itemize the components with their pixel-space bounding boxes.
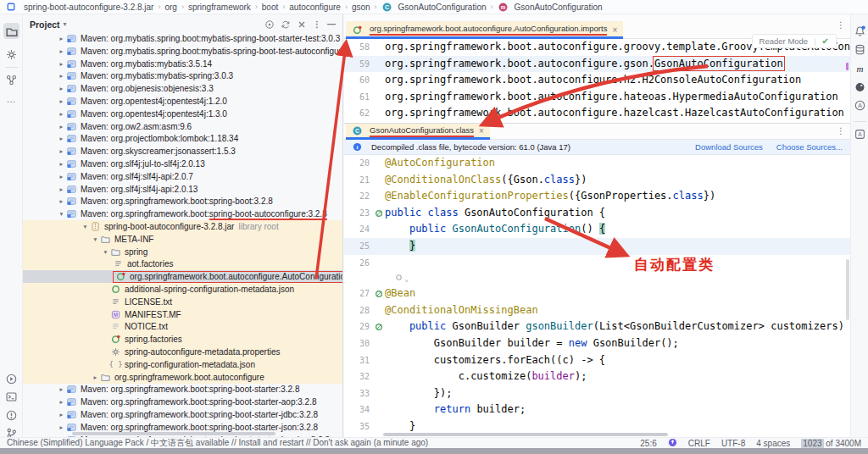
hide-panel-icon[interactable]: — <box>327 19 336 30</box>
breadcrumb-item[interactable]: org <box>164 3 176 12</box>
chevron-right-icon[interactable]: ▸ <box>57 35 66 42</box>
chevron-down-icon[interactable]: ▾ <box>91 235 100 243</box>
chevron-right-icon[interactable]: ▸ <box>57 60 66 68</box>
tree-row[interactable]: NOTICE.txt <box>23 320 342 333</box>
code-line-61[interactable]: 61org.springframework.boot.autoconfigure… <box>344 89 850 106</box>
close-icon[interactable]: × <box>479 126 484 136</box>
tab-gsonautoconfiguration-class[interactable]: C GsonAutoConfiguration.class × <box>346 123 490 139</box>
tree-row[interactable]: ▸Maven: org.springframework.boot:spring-… <box>23 408 342 421</box>
project-tree[interactable]: ▸Maven: org.mybatis.spring.boot:mybatis-… <box>23 32 342 437</box>
tree-row[interactable]: ▾spring-boot-autoconfigure-3.2.8.jarlibr… <box>23 220 342 233</box>
tree-row[interactable]: spring-autoconfigure-metadata.properties <box>23 346 342 358</box>
chevron-right-icon[interactable]: ▸ <box>57 85 66 92</box>
indent-setting[interactable]: 4 spaces <box>756 439 790 448</box>
class-code-area[interactable]: 20@AutoConfiguration21@ConditionalOnClas… <box>344 155 850 435</box>
code-line-29[interactable]: 29 public GsonBuilder gsonBuilder(List<G… <box>344 318 850 335</box>
tree-row[interactable]: ▸Maven: org.mybatis.spring.boot:mybatis-… <box>23 45 342 58</box>
breadcrumb-item[interactable]: CGsonAutoConfiguration <box>381 2 487 12</box>
breadcrumb-item[interactable]: mGsonAutoConfiguration <box>498 2 603 12</box>
more-options-icon[interactable]: ⋮ <box>313 19 321 30</box>
tree-row[interactable]: ▸Maven: org.mybatis.spring.boot:mybatis-… <box>23 32 342 45</box>
chevron-right-icon[interactable]: ▸ <box>57 47 66 55</box>
code-line-25[interactable]: 25 } <box>344 238 850 255</box>
chevron-right-icon[interactable]: ▸ <box>57 160 66 168</box>
breadcrumb-item[interactable]: boot <box>262 3 278 12</box>
close-icon[interactable]: × <box>612 25 617 35</box>
project-panel-title[interactable]: Project <box>30 19 60 30</box>
code-line-28[interactable]: 28@ConditionalOnMissingBean <box>344 302 850 319</box>
code-line-26[interactable]: 26 <box>344 255 850 272</box>
notifications-icon[interactable] <box>852 23 868 39</box>
structure-icon[interactable] <box>3 72 19 88</box>
choose-sources-link[interactable]: Choose Sources... <box>776 142 843 152</box>
code-line-60[interactable]: 60org.springframework.boot.autoconfigure… <box>344 72 850 89</box>
dependencies-icon[interactable]: A <box>852 126 868 142</box>
chevron-right-icon[interactable]: ▸ <box>57 385 66 393</box>
chevron-down-icon[interactable]: ▾ <box>81 223 90 230</box>
file-encoding[interactable]: UTF-8 <box>721 439 745 448</box>
tree-row[interactable]: { }spring-configuration-metadata.json <box>23 358 342 371</box>
inlay-hint[interactable]: ⌄ <box>344 271 850 285</box>
chevron-right-icon[interactable]: ▸ <box>57 147 66 155</box>
project-folder-icon[interactable] <box>3 23 19 39</box>
download-sources-link[interactable]: Download Sources <box>695 142 763 152</box>
tree-row[interactable]: spring.factories <box>23 333 342 346</box>
collapse-all-icon[interactable] <box>297 19 307 30</box>
more-options-icon[interactable]: ⋮ <box>837 20 845 30</box>
tree-row[interactable]: ▸Maven: org.opentest4j:opentest4j:1.2.0 <box>23 95 342 108</box>
breadcrumb-item[interactable]: springframework <box>188 3 251 12</box>
chevron-down-icon[interactable]: ▾ <box>101 248 110 256</box>
tree-row[interactable]: ▾META-INF <box>23 233 342 246</box>
chevron-right-icon[interactable]: ▸ <box>57 398 66 406</box>
editor-imports[interactable]: org.springframework.boot.autoconfigure.A… <box>344 14 850 123</box>
tree-row[interactable]: ▸Maven: org.springframework.boot:spring-… <box>23 383 342 396</box>
imports-code-area[interactable]: 58org.springframework.boot.autoconfigure… <box>344 39 850 122</box>
code-line-32[interactable]: 32 c.customize(builder); <box>344 368 850 385</box>
code-line-34[interactable]: 34 return builder; <box>344 401 850 418</box>
ai-assistant-icon[interactable]: A <box>852 97 868 114</box>
breadcrumb-item[interactable]: autoconfigure <box>289 3 341 12</box>
gradle-icon[interactable] <box>852 79 868 95</box>
tree-row[interactable]: ▸Maven: org.slf4j:jul-to-slf4j:2.0.13 <box>23 158 342 170</box>
tree-row[interactable]: ▸Maven: org.ow2.asm:asm:9.6 <box>23 120 342 133</box>
chevron-right-icon[interactable]: ▸ <box>57 197 66 205</box>
code-line-30[interactable]: 30 GsonBuilder builder = new GsonBuilder… <box>344 335 850 352</box>
tree-row[interactable]: ▸Maven: org.skyscreamer:jsonassert:1.5.3 <box>23 145 342 158</box>
chevron-right-icon[interactable]: ▸ <box>57 424 66 431</box>
code-line-21[interactable]: 21@ConditionalOnClass({Gson.class}) <box>344 172 850 189</box>
reader-mode-toggle[interactable]: Reader Mode | ✔ <box>752 34 837 48</box>
tree-row[interactable]: LICENSE.txt <box>23 296 342 308</box>
more-tool-windows-icon[interactable]: … <box>3 91 19 107</box>
rescan-icon[interactable] <box>281 19 291 30</box>
code-line-31[interactable]: 31 customizers.forEach((c) -> { <box>344 352 850 369</box>
tree-row[interactable]: aot.factories <box>23 257 342 270</box>
spring-bean-gutter-icon[interactable] <box>373 285 385 302</box>
chevron-down-icon[interactable]: ▾ <box>57 210 66 218</box>
chevron-right-icon[interactable]: ▸ <box>57 135 66 142</box>
breadcrumb-item[interactable]: spring-boot-autoconfigure-3.2.8.jar <box>24 3 153 12</box>
chevron-right-icon[interactable]: ▸ <box>57 123 66 130</box>
code-line-22[interactable]: 22@EnableConfigurationProperties({GsonPr… <box>344 188 850 205</box>
chevron-right-icon[interactable]: ▸ <box>57 72 66 80</box>
database-icon[interactable] <box>852 42 868 58</box>
tree-row[interactable]: org.springframework.boot.autoconfigure.A… <box>23 270 342 283</box>
tree-row[interactable]: ▾Maven: org.springframework.boot:spring-… <box>23 208 342 220</box>
editor-decompiled-class[interactable]: C GsonAutoConfiguration.class × ⋮ i Deco… <box>344 123 850 439</box>
spring-bean-gutter-icon[interactable] <box>373 318 385 335</box>
tree-row[interactable]: ▸Maven: org.slf4j:slf4j-api:2.0.13 <box>23 183 342 196</box>
code-line-33[interactable]: 33 }); <box>344 385 850 402</box>
more-options-icon[interactable]: ⋮ <box>837 126 845 136</box>
tree-row[interactable]: additional-spring-configuration-metadata… <box>23 283 342 296</box>
code-line-20[interactable]: 20@AutoConfiguration <box>344 155 850 172</box>
locate-file-icon[interactable] <box>264 19 275 30</box>
tree-row[interactable]: ▸org.springframework.boot.autoconfigure <box>23 371 342 384</box>
breadcrumb-item[interactable]: gson <box>352 3 370 12</box>
vertical-scrollbar[interactable] <box>846 259 849 320</box>
tree-row[interactable]: ▸Maven: org.projectlombok:lombok:1.18.34 <box>23 132 342 145</box>
maven-icon[interactable]: m <box>852 60 868 76</box>
code-line-24[interactable]: 24 public GsonAutoConfiguration() { <box>344 221 850 238</box>
tree-row[interactable]: ▸Maven: org.opentest4j:opentest4j:1.3.0 <box>23 108 342 120</box>
code-line-27[interactable]: 27@Bean <box>344 285 850 302</box>
memory-indicator[interactable]: 1023 of 3400M <box>801 439 861 448</box>
code-line-62[interactable]: 62org.springframework.boot.autoconfigure… <box>344 105 850 122</box>
